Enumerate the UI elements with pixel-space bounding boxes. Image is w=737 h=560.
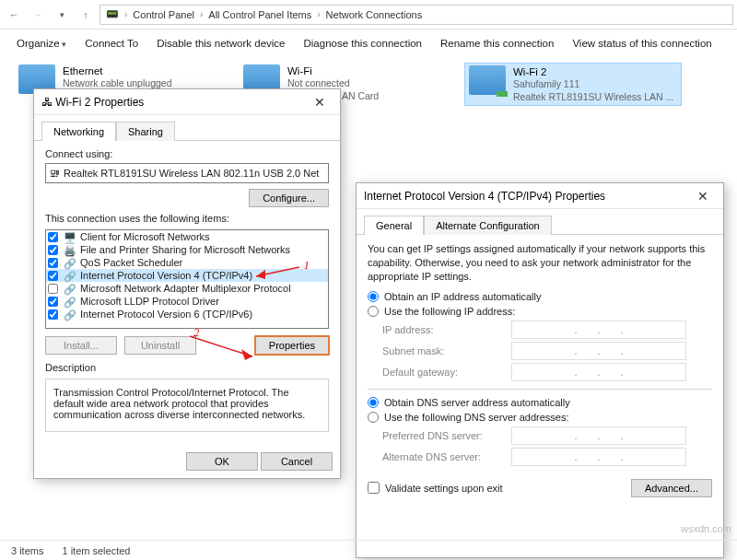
components-listbox[interactable]: 🖥️Client for Microsoft Networks 🖨️File a… (45, 229, 329, 329)
properties-button[interactable]: Properties (255, 336, 329, 355)
default-gateway-input (511, 363, 686, 381)
adapter-field[interactable]: 🖳 Realtek RTL8191SU Wireless LAN 802.11n… (45, 163, 329, 183)
ok-button[interactable]: OK (186, 452, 258, 471)
control-panel-icon: 📟 (106, 8, 119, 20)
wifi-adapter-icon (469, 65, 506, 95)
protocol-icon: 🔗 (64, 271, 76, 280)
connect-using-label: Connect using: (45, 148, 329, 159)
protocol-icon: 🔗 (64, 284, 76, 293)
selection-count: 1 item selected (62, 545, 130, 556)
obtain-ip-auto-radio[interactable] (368, 291, 379, 302)
explorer-address-bar: ← → ▾ ↑ 📟 › Control Panel › All Control … (0, 0, 737, 29)
use-dns-label: Use the following DNS server addresses: (384, 412, 569, 423)
tab-alternate-configuration[interactable]: Alternate Configuration (424, 216, 552, 235)
install-button[interactable]: Install... (45, 336, 117, 355)
item-checkbox[interactable] (48, 232, 58, 242)
nav-up-button[interactable]: ↑ (76, 5, 96, 25)
obtain-dns-auto-radio[interactable] (368, 397, 379, 408)
alternate-dns-input (511, 448, 686, 466)
network-icon: 🖧 (41, 96, 53, 109)
chevron-right-icon: › (124, 9, 127, 19)
subnet-mask-label: Subnet mask: (382, 345, 511, 356)
default-gateway-label: Default gateway: (382, 367, 511, 378)
dialog-title-text: Wi-Fi 2 Properties (55, 96, 144, 109)
tabs: General Alternate Configuration (357, 209, 723, 235)
item-checkbox[interactable] (48, 284, 58, 294)
list-item: 🔗Microsoft Network Adapter Multiplexor P… (46, 282, 328, 295)
description-label: Description (45, 362, 329, 373)
ipv4-properties-dialog: Internet Protocol Version 4 (TCP/IPv4) P… (356, 182, 724, 558)
configure-button[interactable]: Configure... (249, 189, 329, 207)
connect-to-button[interactable]: Connect To (85, 38, 138, 49)
breadcrumb-item[interactable]: Control Panel (133, 9, 194, 20)
dialog-titlebar[interactable]: 🖧 Wi-Fi 2 Properties ✕ (34, 89, 340, 115)
advanced-button[interactable]: Advanced... (631, 479, 712, 497)
list-item: 🔗QoS Packet Scheduler (46, 256, 328, 269)
adapter-properties-dialog: 🖧 Wi-Fi 2 Properties ✕ Networking Sharin… (33, 88, 341, 479)
close-icon[interactable]: ✕ (307, 95, 333, 110)
item-checkbox[interactable] (48, 309, 58, 320)
connection-name: Ethernet (63, 64, 172, 77)
breadcrumb-bar[interactable]: 📟 › Control Panel › All Control Panel It… (99, 5, 733, 25)
breadcrumb-item[interactable]: All Control Panel Items (208, 9, 311, 20)
nic-icon: 🖳 (50, 168, 60, 179)
connection-tile-wifi2[interactable]: Wi-Fi 2 Sahufamily 111 Realtek RTL8191SU… (464, 63, 682, 106)
tab-networking[interactable]: Networking (41, 122, 116, 141)
command-bar: Organize Connect To Disable this network… (0, 29, 737, 57)
preferred-dns-label: Preferred DNS server: (382, 430, 511, 441)
chevron-right-icon: › (200, 9, 203, 19)
rename-connection-button[interactable]: Rename this connection (440, 38, 554, 49)
validate-settings-label: Validate settings upon exit (385, 483, 503, 494)
nav-forward-button[interactable]: → (28, 5, 48, 25)
use-ip-radio[interactable] (368, 306, 379, 317)
alternate-dns-label: Alternate DNS server: (382, 451, 511, 462)
protocol-icon: 🔗 (64, 309, 76, 319)
item-count: 3 items (11, 545, 43, 556)
protocol-icon: 🔗 (64, 297, 76, 306)
validate-settings-checkbox[interactable] (368, 482, 380, 494)
watermark: wsxdn.com (681, 523, 731, 534)
obtain-dns-auto-label: Obtain DNS server address automatically (384, 397, 570, 408)
item-checkbox[interactable] (48, 297, 58, 307)
dialog-titlebar[interactable]: Internet Protocol Version 4 (TCP/IPv4) P… (357, 183, 723, 209)
connection-name: Wi-Fi 2 (513, 65, 673, 78)
item-checkbox[interactable] (48, 271, 58, 281)
ip-address-input (511, 321, 686, 339)
view-status-button[interactable]: View status of this connection (572, 38, 711, 49)
disable-device-button[interactable]: Disable this network device (157, 38, 285, 49)
ipv4-blurb: You can get IP settings assigned automat… (368, 242, 712, 284)
description-box: Transmission Control Protocol/Internet P… (45, 379, 329, 432)
description-text: Transmission Control Protocol/Internet P… (53, 387, 305, 420)
list-item: 🖨️File and Printer Sharing for Microsoft… (46, 243, 328, 256)
nav-back-button[interactable]: ← (4, 5, 24, 25)
connection-detail: Realtek RTL8191SU Wireless LAN ... (513, 91, 673, 103)
tab-sharing[interactable]: Sharing (116, 122, 175, 141)
list-item: 🔗Internet Protocol Version 6 (TCP/IPv6) (46, 308, 328, 321)
uninstall-button[interactable]: Uninstall (124, 336, 196, 355)
preferred-dns-input (511, 426, 686, 445)
diagnose-connection-button[interactable]: Diagnose this connection (304, 38, 423, 49)
obtain-ip-auto-label: Obtain an IP address automatically (384, 291, 541, 302)
adapter-name: Realtek RTL8191SU Wireless LAN 802.11n U… (64, 168, 319, 179)
connection-status: Sahufamily 111 (513, 78, 673, 90)
subnet-mask-input (511, 342, 686, 360)
use-dns-radio[interactable] (368, 412, 379, 423)
item-checkbox[interactable] (48, 258, 58, 268)
client-icon: 🖥️ (64, 232, 76, 241)
list-item: 🔗Microsoft LLDP Protocol Driver (46, 295, 328, 308)
protocol-icon: 🔗 (64, 258, 76, 267)
items-label: This connection uses the following items… (45, 213, 329, 224)
item-checkbox[interactable] (48, 245, 58, 255)
connection-name: Wi-Fi (287, 64, 379, 77)
nav-recent-dropdown[interactable]: ▾ (52, 5, 72, 25)
list-item-ipv4: 🔗Internet Protocol Version 4 (TCP/IPv4) (46, 269, 328, 282)
tab-general[interactable]: General (364, 216, 424, 235)
organize-menu[interactable]: Organize (17, 38, 66, 49)
tabs: Networking Sharing (34, 115, 340, 141)
cancel-button[interactable]: Cancel (261, 452, 333, 471)
service-icon: 🖨️ (64, 245, 76, 254)
use-ip-label: Use the following IP address: (384, 306, 515, 317)
breadcrumb-item[interactable]: Network Connections (326, 9, 423, 20)
status-bar: 3 items 1 item selected (0, 540, 737, 560)
close-icon[interactable]: ✕ (690, 189, 716, 204)
